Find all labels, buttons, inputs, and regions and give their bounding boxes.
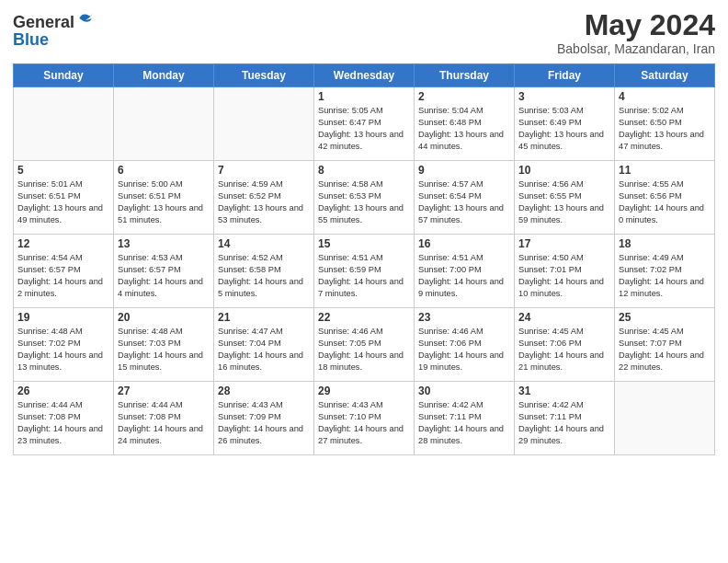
day-info: Sunrise: 4:48 AM Sunset: 7:02 PM Dayligh…: [17, 326, 109, 373]
week-row-4: 19 Sunrise: 4:48 AM Sunset: 7:02 PM Dayl…: [14, 308, 715, 382]
day-number: 24: [518, 311, 610, 324]
day-number: 29: [318, 385, 410, 397]
calendar-cell: 23 Sunrise: 4:46 AM Sunset: 7:06 PM Dayl…: [415, 308, 515, 382]
day-info: Sunrise: 4:45 AM Sunset: 7:06 PM Dayligh…: [518, 326, 610, 373]
day-info: Sunrise: 4:43 AM Sunset: 7:09 PM Dayligh…: [218, 399, 310, 447]
calendar-cell: 7 Sunrise: 4:59 AM Sunset: 6:52 PM Dayli…: [214, 161, 314, 235]
calendar-cell: 15 Sunrise: 4:51 AM Sunset: 6:59 PM Dayl…: [314, 235, 415, 308]
calendar-cell: 26 Sunrise: 4:44 AM Sunset: 7:08 PM Dayl…: [14, 382, 114, 455]
day-header-thursday: Thursday: [415, 64, 515, 87]
logo-general: General: [13, 13, 74, 31]
calendar-cell: 8 Sunrise: 4:58 AM Sunset: 6:53 PM Dayli…: [314, 161, 415, 235]
calendar-cell: 30 Sunrise: 4:42 AM Sunset: 7:11 PM Dayl…: [415, 382, 515, 455]
title-block: May 2024 Babolsar, Mazandaran, Iran: [557, 9, 715, 56]
day-info: Sunrise: 4:43 AM Sunset: 7:10 PM Dayligh…: [318, 399, 410, 447]
calendar-cell: [14, 87, 114, 161]
day-number: 3: [518, 90, 610, 103]
day-info: Sunrise: 5:05 AM Sunset: 6:47 PM Dayligh…: [318, 105, 410, 153]
day-info: Sunrise: 4:57 AM Sunset: 6:54 PM Dayligh…: [418, 178, 510, 226]
calendar-cell: 20 Sunrise: 4:48 AM Sunset: 7:03 PM Dayl…: [114, 308, 214, 382]
logo-blue: Blue: [13, 30, 95, 50]
day-number: 17: [518, 237, 610, 250]
day-info: Sunrise: 4:51 AM Sunset: 7:00 PM Dayligh…: [418, 252, 510, 300]
day-info: Sunrise: 4:58 AM Sunset: 6:53 PM Dayligh…: [318, 178, 410, 226]
day-info: Sunrise: 4:46 AM Sunset: 7:06 PM Dayligh…: [418, 326, 510, 373]
day-number: 11: [619, 164, 711, 177]
week-row-1: 1 Sunrise: 5:05 AM Sunset: 6:47 PM Dayli…: [14, 87, 715, 161]
day-number: 8: [318, 164, 410, 177]
calendar-cell: 2 Sunrise: 5:04 AM Sunset: 6:48 PM Dayli…: [415, 87, 515, 161]
calendar-cell: [615, 382, 715, 455]
day-info: Sunrise: 4:44 AM Sunset: 7:08 PM Dayligh…: [118, 399, 210, 447]
day-number: 2: [418, 90, 510, 103]
calendar-table: SundayMondayTuesdayWednesdayThursdayFrid…: [13, 63, 715, 455]
day-number: 6: [118, 164, 210, 177]
calendar-header-row: SundayMondayTuesdayWednesdayThursdayFrid…: [14, 64, 715, 87]
calendar-cell: 19 Sunrise: 4:48 AM Sunset: 7:02 PM Dayl…: [14, 308, 114, 382]
week-row-3: 12 Sunrise: 4:54 AM Sunset: 6:57 PM Dayl…: [14, 235, 715, 308]
day-info: Sunrise: 5:02 AM Sunset: 6:50 PM Dayligh…: [619, 105, 711, 153]
calendar-cell: 27 Sunrise: 4:44 AM Sunset: 7:08 PM Dayl…: [114, 382, 214, 455]
day-info: Sunrise: 4:50 AM Sunset: 7:01 PM Dayligh…: [518, 252, 610, 300]
day-number: 14: [218, 237, 310, 250]
calendar-cell: 11 Sunrise: 4:55 AM Sunset: 6:56 PM Dayl…: [615, 161, 715, 235]
calendar-cell: 16 Sunrise: 4:51 AM Sunset: 7:00 PM Dayl…: [415, 235, 515, 308]
month-title: May 2024: [557, 9, 715, 41]
calendar-cell: 1 Sunrise: 5:05 AM Sunset: 6:47 PM Dayli…: [314, 87, 415, 161]
day-number: 16: [418, 237, 510, 250]
day-info: Sunrise: 5:04 AM Sunset: 6:48 PM Dayligh…: [418, 105, 510, 153]
day-info: Sunrise: 5:03 AM Sunset: 6:49 PM Dayligh…: [518, 105, 610, 153]
calendar-cell: 17 Sunrise: 4:50 AM Sunset: 7:01 PM Dayl…: [515, 235, 615, 308]
day-number: 31: [518, 385, 610, 397]
day-info: Sunrise: 5:00 AM Sunset: 6:51 PM Dayligh…: [118, 178, 210, 226]
calendar-cell: 12 Sunrise: 4:54 AM Sunset: 6:57 PM Dayl…: [14, 235, 114, 308]
day-number: 25: [619, 311, 711, 324]
day-info: Sunrise: 4:54 AM Sunset: 6:57 PM Dayligh…: [17, 252, 109, 300]
day-header-saturday: Saturday: [615, 64, 715, 87]
day-number: 13: [118, 237, 210, 250]
calendar-cell: 13 Sunrise: 4:53 AM Sunset: 6:57 PM Dayl…: [114, 235, 214, 308]
day-info: Sunrise: 4:42 AM Sunset: 7:11 PM Dayligh…: [418, 399, 510, 447]
calendar-cell: 29 Sunrise: 4:43 AM Sunset: 7:10 PM Dayl…: [314, 382, 415, 455]
day-number: 20: [118, 311, 210, 324]
calendar-body: 1 Sunrise: 5:05 AM Sunset: 6:47 PM Dayli…: [14, 87, 715, 455]
calendar-cell: 31 Sunrise: 4:42 AM Sunset: 7:11 PM Dayl…: [515, 382, 615, 455]
day-header-tuesday: Tuesday: [214, 64, 314, 87]
day-number: 5: [17, 164, 109, 177]
day-number: 19: [17, 311, 109, 324]
day-info: Sunrise: 4:49 AM Sunset: 7:02 PM Dayligh…: [619, 252, 711, 300]
logo-bird-icon: [76, 9, 95, 28]
day-info: Sunrise: 4:59 AM Sunset: 6:52 PM Dayligh…: [218, 178, 310, 226]
calendar-cell: 24 Sunrise: 4:45 AM Sunset: 7:06 PM Dayl…: [515, 308, 615, 382]
day-header-friday: Friday: [515, 64, 615, 87]
day-info: Sunrise: 4:46 AM Sunset: 7:05 PM Dayligh…: [318, 326, 410, 373]
calendar-cell: 25 Sunrise: 4:45 AM Sunset: 7:07 PM Dayl…: [615, 308, 715, 382]
day-number: 1: [318, 90, 410, 103]
day-number: 26: [17, 385, 109, 397]
day-number: 21: [218, 311, 310, 324]
calendar-cell: 21 Sunrise: 4:47 AM Sunset: 7:04 PM Dayl…: [214, 308, 314, 382]
day-number: 12: [17, 237, 109, 250]
logo: General Blue: [13, 9, 95, 50]
day-info: Sunrise: 4:48 AM Sunset: 7:03 PM Dayligh…: [118, 326, 210, 373]
calendar-cell: 28 Sunrise: 4:43 AM Sunset: 7:09 PM Dayl…: [214, 382, 314, 455]
day-info: Sunrise: 4:52 AM Sunset: 6:58 PM Dayligh…: [218, 252, 310, 300]
calendar-cell: [114, 87, 214, 161]
day-number: 4: [619, 90, 711, 103]
location: Babolsar, Mazandaran, Iran: [557, 41, 715, 56]
calendar-cell: 4 Sunrise: 5:02 AM Sunset: 6:50 PM Dayli…: [615, 87, 715, 161]
day-info: Sunrise: 4:47 AM Sunset: 7:04 PM Dayligh…: [218, 326, 310, 373]
calendar-cell: 6 Sunrise: 5:00 AM Sunset: 6:51 PM Dayli…: [114, 161, 214, 235]
calendar-cell: 5 Sunrise: 5:01 AM Sunset: 6:51 PM Dayli…: [14, 161, 114, 235]
day-header-sunday: Sunday: [14, 64, 114, 87]
day-info: Sunrise: 4:53 AM Sunset: 6:57 PM Dayligh…: [118, 252, 210, 300]
day-info: Sunrise: 4:56 AM Sunset: 6:55 PM Dayligh…: [518, 178, 610, 226]
week-row-2: 5 Sunrise: 5:01 AM Sunset: 6:51 PM Dayli…: [14, 161, 715, 235]
day-header-wednesday: Wednesday: [314, 64, 415, 87]
day-number: 18: [619, 237, 711, 250]
day-info: Sunrise: 4:45 AM Sunset: 7:07 PM Dayligh…: [619, 326, 711, 373]
day-number: 23: [418, 311, 510, 324]
day-number: 9: [418, 164, 510, 177]
day-number: 27: [118, 385, 210, 397]
day-info: Sunrise: 5:01 AM Sunset: 6:51 PM Dayligh…: [17, 178, 109, 226]
